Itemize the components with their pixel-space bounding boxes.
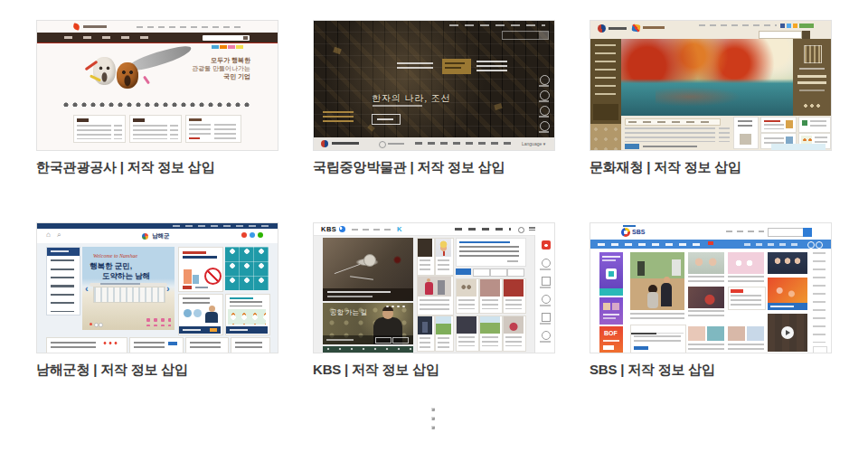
board-tab[interactable]	[656, 325, 684, 334]
ad-text-line	[602, 256, 620, 258]
namhae-hero-subline	[100, 283, 140, 285]
pagination-dot[interactable]	[431, 408, 435, 411]
sbs-drama-thumb[interactable]	[688, 287, 724, 308]
news-card-lines	[438, 337, 449, 348]
footer-chip-orange	[210, 328, 217, 332]
namhae-card-title-red	[183, 251, 206, 254]
field-thumb-image	[436, 316, 451, 334]
ad-logo-block	[606, 268, 617, 279]
search-icon: ⌕	[57, 231, 61, 240]
headline-pager[interactable]	[507, 260, 518, 262]
toolbar-icon[interactable]	[542, 313, 551, 322]
sbs-search-input[interactable]	[768, 228, 804, 237]
sns-circle-icon[interactable]	[816, 241, 823, 249]
figure-head	[664, 277, 670, 283]
drama-thumb-image	[418, 277, 451, 297]
cha-water-reflection	[656, 87, 741, 107]
hot-issue-icon[interactable]	[542, 240, 551, 250]
sbs-ad-banner-2[interactable]	[599, 297, 623, 325]
sbs-suits-thumb[interactable]	[768, 252, 807, 274]
toolbar-icon[interactable]	[542, 259, 551, 268]
sbs-inkigayo-card[interactable]	[768, 278, 807, 310]
headline-link-active[interactable]	[459, 241, 510, 243]
sbs-ad-banner-bof[interactable]: BOF	[599, 326, 623, 353]
cha-gov-logo	[598, 24, 606, 33]
figure-silhouette	[422, 322, 428, 333]
small-thumb-text	[728, 344, 764, 351]
small-thumb[interactable]	[707, 326, 724, 341]
small-thumb[interactable]	[688, 326, 705, 341]
namhae-menu-header-label	[51, 250, 69, 252]
cha-bottom-lines	[643, 146, 697, 148]
play-icon	[786, 330, 790, 335]
kto-news-lines	[77, 125, 111, 139]
ad-text-line	[603, 317, 616, 319]
cha-banner-text	[797, 75, 826, 84]
namhae-carousel: Welcome to Namhae 행복한 군민, 도약하는 남해 ‹ ›	[82, 247, 175, 330]
thumbnail-kto[interactable]: 모두가 행복한 관광을 만들어나가는 국민 기업	[36, 20, 278, 151]
kbs-tab[interactable]	[473, 268, 490, 277]
sbs-drama-thumb[interactable]	[688, 252, 724, 274]
museum-cta-label	[377, 118, 393, 120]
museum-gov-logo	[321, 140, 328, 147]
sbs-variety-thumb[interactable]	[728, 252, 764, 274]
play-button[interactable]	[781, 326, 794, 339]
speech-bubble-icon	[184, 309, 192, 317]
namhae-service-grid	[225, 247, 269, 290]
twitter-icon	[787, 24, 791, 28]
namhae-mayor-card	[178, 294, 223, 335]
sbs-video-player-card[interactable]	[768, 314, 807, 352]
no-smoking-icon	[204, 268, 222, 285]
thumbnail-cha[interactable]	[590, 20, 832, 151]
thumbnail-sbs[interactable]: SBS	[590, 222, 832, 353]
thumbnail-namhae[interactable]: ⌂ ⌕ 남해군 Welcome to Namhae 행복한 군민, 도약하는 남…	[36, 222, 278, 353]
museum-subline	[373, 105, 422, 107]
museum-quick-label	[539, 85, 549, 87]
toolbar-icon[interactable]	[542, 331, 551, 340]
cha-seal-graphic	[804, 45, 822, 63]
thumbnail-museum[interactable]: 한자의 나라, 조선 Language ▾	[313, 20, 555, 151]
namhae-bottom-card-3	[185, 337, 229, 353]
cha-bottom-blue-box	[771, 144, 826, 150]
search-icon[interactable]	[518, 227, 524, 233]
museum-info-lines	[397, 62, 433, 69]
small-thumb[interactable]	[728, 326, 745, 341]
chevron-left-icon[interactable]: ‹	[85, 283, 89, 294]
sns-circle-icon[interactable]	[807, 241, 815, 249]
menu-icon[interactable]	[529, 227, 535, 232]
kto-orange-mask-illustration	[117, 62, 138, 89]
small-thumb-text	[688, 344, 724, 351]
toolbar-icon[interactable]	[542, 295, 551, 304]
pagination-dot[interactable]	[431, 426, 435, 429]
cha-right-lines	[810, 120, 826, 129]
kbs-trump-card	[435, 238, 454, 276]
kto-hero-line3: 국민 기업	[182, 73, 250, 81]
thumbnail-kbs[interactable]: KBS K	[313, 222, 555, 353]
chalk-mark	[350, 276, 373, 280]
sbs-featured-drama-card[interactable]	[630, 252, 684, 310]
pagination-dot[interactable]	[431, 417, 435, 420]
kbs-blackboard-card	[323, 346, 413, 353]
cha-banner-dots	[804, 104, 822, 108]
grid-thumb-image	[480, 316, 500, 334]
headline-links[interactable]	[459, 246, 519, 259]
carousel-button[interactable]	[375, 337, 392, 344]
sbs-ad-banner-1[interactable]	[599, 252, 623, 296]
gallery-item-kto: 모두가 행복한 관광을 만들어나가는 국민 기업 한국관광	[36, 20, 278, 176]
toolbar-icon[interactable]	[542, 277, 551, 286]
carousel-dot-active[interactable]	[90, 323, 92, 325]
sbs-search-button[interactable]	[803, 228, 812, 237]
kbs-tab[interactable]	[507, 268, 524, 277]
namhae-bottom-card-1	[46, 337, 127, 353]
board-tab-active[interactable]	[631, 325, 656, 334]
kbs-tab[interactable]	[490, 268, 507, 277]
kbs-news-card	[417, 238, 435, 276]
carousel-dot[interactable]	[99, 323, 103, 327]
chevron-right-icon[interactable]: ›	[166, 283, 170, 294]
sbs-board-card	[630, 325, 686, 353]
news-card-lines	[438, 259, 449, 272]
kto-news-card-2	[129, 115, 182, 143]
kbs-tab-active[interactable]	[456, 268, 471, 275]
small-thumb[interactable]	[747, 326, 764, 341]
carousel-button[interactable]	[392, 337, 409, 344]
